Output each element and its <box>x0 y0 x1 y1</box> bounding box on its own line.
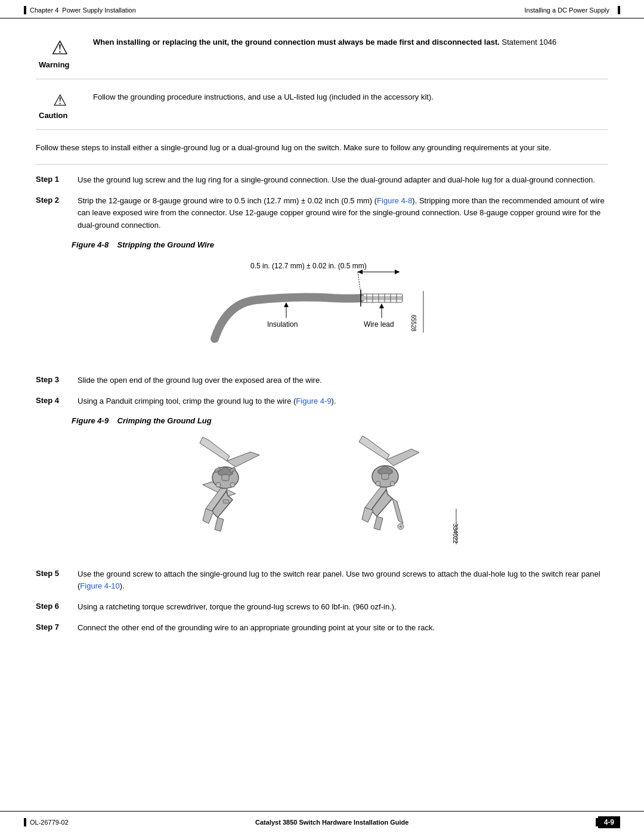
step-7-content: Connect the other end of the grounding w… <box>78 622 608 634</box>
step-5-label: Step 5 <box>36 568 68 593</box>
step-3-content: Slide the open end of the ground lug ove… <box>78 374 608 387</box>
caution-text: Follow the grounding procedure instructi… <box>93 92 434 101</box>
step-1-block: Step 1 Use the ground lug screw and the … <box>36 174 608 187</box>
wire-diagram-svg: 0.5 in. (12.7 mm) ± 0.02 in. (0.5 mm) <box>179 255 465 363</box>
caution-content: Follow the grounding procedure instructi… <box>93 91 608 103</box>
figure-9-number: Figure 4-9 <box>72 416 109 425</box>
warning-text-normal: Statement 1046 <box>500 38 556 47</box>
svg-point-21 <box>216 482 221 487</box>
header-bar-right <box>618 6 620 14</box>
caution-icon: ⚠ <box>49 91 70 110</box>
svg-rect-20 <box>222 475 229 481</box>
step-1-content: Use the ground lug screw and the lug rin… <box>78 174 608 187</box>
footer-left: OL-26779-02 <box>24 818 69 826</box>
svg-marker-15 <box>379 304 384 308</box>
divider-1 <box>36 164 608 165</box>
step-6-label: Step 6 <box>36 601 68 614</box>
insulation-label: Insulation <box>267 320 298 329</box>
svg-marker-2 <box>395 270 400 274</box>
main-content: ⚠ Warning When installing or replacing t… <box>0 18 644 679</box>
figure-8-image: 0.5 in. (12.7 mm) ± 0.02 in. (0.5 mm) <box>36 255 608 363</box>
fig8-link[interactable]: Figure 4-8 <box>377 196 412 205</box>
figure-8-code: 65528 <box>410 315 417 332</box>
svg-point-29 <box>390 481 395 486</box>
figure-9-code: 334022 <box>452 524 459 544</box>
svg-point-28 <box>376 481 380 486</box>
footer-page-number: 4-9 <box>598 816 620 828</box>
warning-label: Warning <box>39 59 80 69</box>
step-7-block: Step 7 Connect the other end of the grou… <box>36 622 608 634</box>
step-4-content: Using a Panduit crimping tool, crimp the… <box>78 395 608 408</box>
step-5-block: Step 5 Use the ground screw to attach th… <box>36 568 608 593</box>
footer-doc-number: OL-26779-02 <box>30 819 69 826</box>
fig9-link[interactable]: Figure 4-9 <box>296 397 331 405</box>
svg-point-31 <box>400 525 402 528</box>
figure-9-image: 334022 <box>36 431 608 556</box>
page-footer: OL-26779-02 Catalyst 3850 Switch Hardwar… <box>0 811 644 833</box>
header-left: Chapter 4 Power Supply Installation <box>24 6 136 14</box>
step-2-block: Step 2 Strip the 12-gauge or 8-gauge gro… <box>36 195 608 232</box>
step-2-content: Strip the 12-gauge or 8-gauge ground wir… <box>78 195 608 232</box>
svg-marker-13 <box>284 302 289 307</box>
chapter-title: Power Supply Installation <box>62 7 136 14</box>
header-bar-left <box>24 6 26 14</box>
svg-marker-1 <box>358 270 363 274</box>
warning-icon: ⚠ <box>49 36 70 59</box>
step-7-label: Step 7 <box>36 622 68 634</box>
svg-rect-27 <box>382 473 389 479</box>
warning-content: When installing or replacing the unit, t… <box>93 36 608 48</box>
figure-8-number: Figure 4-8 <box>72 240 109 249</box>
crimp-diagram-svg: 334022 <box>155 431 489 556</box>
figure-9-title: Crimping the Ground Lug <box>117 416 212 425</box>
step-1-label: Step 1 <box>36 174 68 187</box>
step-3-label: Step 3 <box>36 374 68 387</box>
step-6-block: Step 6 Using a ratcheting torque screwdr… <box>36 601 608 614</box>
measurement-label: 0.5 in. (12.7 mm) ± 0.02 in. (0.5 mm) <box>250 262 367 270</box>
intro-paragraph: Follow these steps to install either a s… <box>36 142 608 154</box>
header-section-title: Installing a DC Power Supply <box>525 7 609 14</box>
warning-text-bold: When installing or replacing the unit, t… <box>93 38 500 47</box>
svg-rect-23 <box>223 500 229 503</box>
figure-9-container: Figure 4-9 Crimping the Ground Lug <box>36 416 608 556</box>
step-4-label: Step 4 <box>36 395 68 408</box>
footer-bar-left <box>24 818 26 826</box>
footer-center-title: Catalyst 3850 Switch Hardware Installati… <box>255 819 408 826</box>
header-right: Installing a DC Power Supply <box>525 6 620 14</box>
figure-9-caption: Figure 4-9 Crimping the Ground Lug <box>72 416 608 425</box>
step-2-label: Step 2 <box>36 195 68 232</box>
svg-point-22 <box>230 482 235 487</box>
step-4-block: Step 4 Using a Panduit crimping tool, cr… <box>36 395 608 408</box>
left-crimper <box>200 437 259 531</box>
footer-right: 4-9 <box>596 816 620 828</box>
wire-lead-label: Wire lead <box>364 320 394 329</box>
page-header: Chapter 4 Power Supply Installation Inst… <box>0 0 644 18</box>
fig10-link[interactable]: Figure 4-10 <box>80 581 119 590</box>
caution-label: Caution <box>39 110 80 120</box>
chapter-label: Chapter 4 <box>30 7 58 14</box>
right-crimper <box>359 436 419 530</box>
figure-8-caption: Figure 4-8 Stripping the Ground Wire <box>72 240 608 249</box>
figure-8-container: Figure 4-8 Stripping the Ground Wire 0.5… <box>36 240 608 363</box>
footer-center: Catalyst 3850 Switch Hardware Installati… <box>255 819 408 826</box>
step-6-content: Using a ratcheting torque screwdriver, t… <box>78 601 608 614</box>
figure-8-title: Stripping the Ground Wire <box>117 240 214 249</box>
warning-block: ⚠ Warning When installing or replacing t… <box>36 36 608 79</box>
caution-block: ⚠ Caution Follow the grounding procedure… <box>36 91 608 130</box>
step-3-block: Step 3 Slide the open end of the ground … <box>36 374 608 387</box>
step-5-content: Use the ground screw to attach the singl… <box>78 568 608 593</box>
